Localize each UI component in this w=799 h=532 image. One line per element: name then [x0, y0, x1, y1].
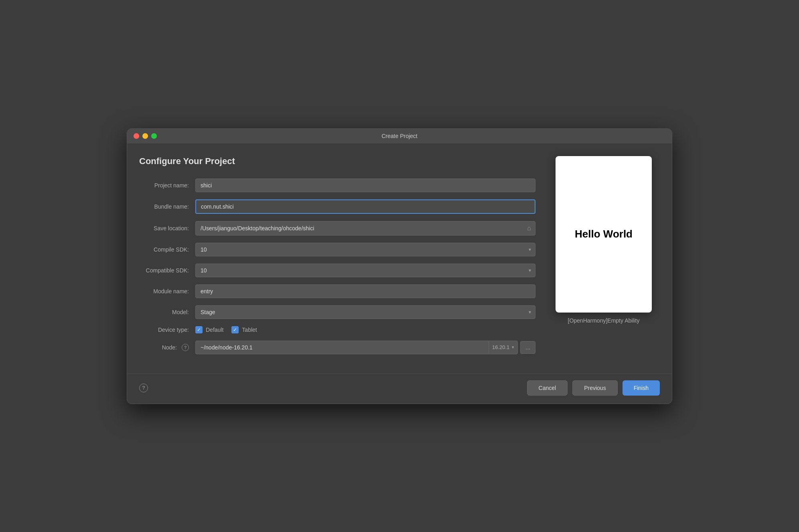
preview-section: Hello World [OpenHarmony]Empty Ability: [548, 156, 660, 361]
compile-sdk-wrapper: 10 9 8 ▾: [195, 243, 535, 256]
footer-help-icon[interactable]: ?: [139, 384, 148, 392]
form-section: Configure Your Project Project name: Bun…: [139, 156, 535, 361]
compatible-sdk-row: Compatible SDK: 10 9 8 ▾: [139, 264, 535, 277]
titlebar: Create Project: [127, 129, 672, 144]
model-row: Model: Stage FA ▾: [139, 305, 535, 319]
previous-button[interactable]: Previous: [572, 380, 617, 396]
module-name-input[interactable]: [195, 284, 535, 298]
compile-sdk-label: Compile SDK:: [139, 246, 195, 253]
default-checkbox-item[interactable]: ✓ Default: [195, 326, 223, 333]
hello-world-text: Hello World: [575, 228, 633, 240]
device-type-checkboxes: ✓ Default ✓ Tablet: [195, 326, 535, 333]
footer-buttons: Cancel Previous Finish: [527, 380, 660, 396]
bundle-name-label: Bundle name:: [139, 203, 195, 210]
compile-sdk-row: Compile SDK: 10 9 8 ▾: [139, 243, 535, 256]
tablet-checkbox[interactable]: ✓: [231, 326, 239, 333]
bundle-name-row: Bundle name:: [139, 199, 535, 214]
device-type-row: Device type: ✓ Default ✓ Tablet: [139, 326, 535, 333]
device-type-label: Device type:: [139, 327, 195, 333]
save-location-label: Save location:: [139, 225, 195, 231]
model-wrapper: Stage FA ▾: [195, 305, 535, 319]
folder-icon[interactable]: ⌂: [523, 221, 535, 235]
node-row: Node: ? 16.20.1 ▾ ...: [139, 341, 535, 354]
preview-device: Hello World: [556, 156, 652, 313]
default-checkbox[interactable]: ✓: [195, 326, 203, 333]
tablet-label: Tablet: [242, 327, 257, 333]
compatible-sdk-label: Compatible SDK:: [139, 267, 195, 274]
project-name-row: Project name:: [139, 179, 535, 192]
save-location-field: ⌂: [195, 221, 535, 236]
tablet-checkbox-item[interactable]: ✓ Tablet: [231, 326, 257, 333]
node-label-wrapper: Node: ?: [139, 344, 195, 351]
template-label: [OpenHarmony]Empty Ability: [568, 317, 640, 324]
page-title: Configure Your Project: [139, 156, 535, 167]
model-label: Model:: [139, 309, 195, 315]
node-input-wrapper: 16.20.1 ▾: [195, 341, 518, 354]
close-button[interactable]: [134, 133, 139, 139]
compatible-sdk-select[interactable]: 10 9 8: [196, 264, 535, 277]
create-project-window: Create Project Configure Your Project Pr…: [127, 128, 672, 404]
module-name-label: Module name:: [139, 288, 195, 294]
node-path-input[interactable]: [196, 341, 489, 354]
cancel-button[interactable]: Cancel: [527, 380, 568, 396]
window-title: Create Project: [381, 133, 417, 139]
node-help-icon[interactable]: ?: [182, 344, 189, 351]
save-location-input[interactable]: [196, 222, 523, 235]
project-name-label: Project name:: [139, 182, 195, 189]
node-version-text: 16.20.1: [492, 344, 509, 350]
node-label: Node:: [162, 344, 179, 351]
node-browse-button[interactable]: ...: [520, 341, 535, 354]
model-select[interactable]: Stage FA: [196, 306, 535, 319]
node-version-chevron-icon[interactable]: ▾: [512, 345, 514, 350]
compile-sdk-select[interactable]: 10 9 8: [196, 243, 535, 256]
bundle-name-input[interactable]: [195, 199, 535, 214]
save-location-row: Save location: ⌂: [139, 221, 535, 236]
compatible-sdk-wrapper: 10 9 8 ▾: [195, 264, 535, 277]
traffic-lights: [134, 133, 157, 139]
project-name-input[interactable]: [195, 179, 535, 192]
finish-button[interactable]: Finish: [623, 380, 660, 396]
maximize-button[interactable]: [151, 133, 157, 139]
minimize-button[interactable]: [142, 133, 148, 139]
default-label: Default: [206, 327, 223, 333]
node-version-display: 16.20.1 ▾: [489, 341, 517, 353]
footer: ? Cancel Previous Finish: [127, 374, 672, 404]
main-content: Configure Your Project Project name: Bun…: [127, 144, 672, 370]
module-name-row: Module name:: [139, 284, 535, 298]
